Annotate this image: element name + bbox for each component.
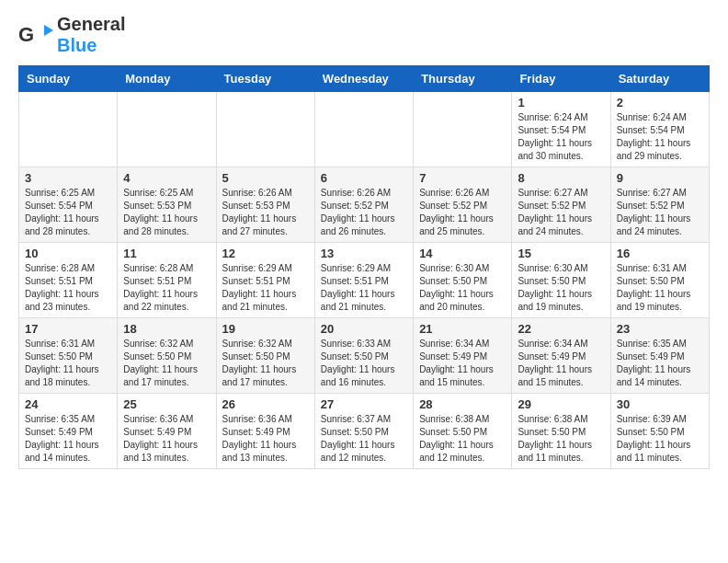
daylight: Daylight: 11 hours and 11 minutes. — [617, 440, 691, 463]
header-sunday: Sunday — [19, 66, 118, 92]
calendar-cell: 4 Sunrise: 6:25 AM Sunset: 5:53 PM Dayli… — [118, 167, 216, 243]
calendar-cell: 14 Sunrise: 6:30 AM Sunset: 5:50 PM Dayl… — [414, 243, 512, 318]
day-number: 7 — [419, 171, 506, 185]
page-header: G General Blue — [18, 14, 710, 56]
svg-text:G: G — [18, 23, 34, 46]
daylight: Daylight: 11 hours and 14 minutes. — [617, 364, 691, 387]
sunset: Sunset: 5:52 PM — [617, 201, 685, 211]
sunset: Sunset: 5:52 PM — [518, 201, 586, 211]
daylight: Daylight: 11 hours and 21 minutes. — [222, 289, 297, 312]
day-number: 16 — [617, 247, 703, 260]
calendar-cell: 1 Sunrise: 6:24 AM Sunset: 5:54 PM Dayli… — [512, 92, 610, 167]
sunset: Sunset: 5:52 PM — [419, 201, 487, 211]
calendar-week-3: 10 Sunrise: 6:28 AM Sunset: 5:51 PM Dayl… — [19, 243, 710, 318]
calendar-cell: 20 Sunrise: 6:33 AM Sunset: 5:50 PM Dayl… — [314, 318, 413, 394]
day-number: 19 — [222, 322, 309, 336]
day-info: Sunrise: 6:24 AM Sunset: 5:54 PM Dayligh… — [518, 111, 604, 163]
calendar-cell: 24 Sunrise: 6:35 AM Sunset: 5:49 PM Dayl… — [19, 394, 118, 469]
calendar-week-5: 24 Sunrise: 6:35 AM Sunset: 5:49 PM Dayl… — [19, 394, 710, 469]
calendar-cell: 8 Sunrise: 6:27 AM Sunset: 5:52 PM Dayli… — [512, 167, 610, 243]
day-number: 15 — [518, 247, 604, 260]
calendar-cell: 30 Sunrise: 6:39 AM Sunset: 5:50 PM Dayl… — [610, 394, 709, 469]
day-info: Sunrise: 6:28 AM Sunset: 5:51 PM Dayligh… — [25, 262, 111, 314]
calendar-cell: 23 Sunrise: 6:35 AM Sunset: 5:49 PM Dayl… — [610, 318, 709, 394]
sunset: Sunset: 5:51 PM — [222, 276, 290, 286]
calendar-cell: 12 Sunrise: 6:29 AM Sunset: 5:51 PM Dayl… — [216, 243, 314, 318]
sunrise: Sunrise: 6:24 AM — [617, 112, 687, 122]
day-number: 4 — [123, 171, 210, 185]
day-info: Sunrise: 6:31 AM Sunset: 5:50 PM Dayligh… — [617, 262, 703, 314]
day-info: Sunrise: 6:38 AM Sunset: 5:50 PM Dayligh… — [518, 413, 604, 465]
day-number: 28 — [419, 397, 506, 411]
day-number: 8 — [518, 171, 604, 185]
sunset: Sunset: 5:54 PM — [617, 125, 685, 135]
sunset: Sunset: 5:50 PM — [321, 427, 389, 437]
sunset: Sunset: 5:49 PM — [222, 427, 290, 437]
sunset: Sunset: 5:50 PM — [518, 427, 586, 437]
calendar-cell: 9 Sunrise: 6:27 AM Sunset: 5:52 PM Dayli… — [610, 167, 709, 243]
sunset: Sunset: 5:49 PM — [419, 351, 487, 362]
calendar-cell — [216, 92, 314, 167]
calendar-cell: 19 Sunrise: 6:32 AM Sunset: 5:50 PM Dayl… — [216, 318, 314, 394]
daylight: Daylight: 11 hours and 23 minutes. — [25, 289, 99, 312]
weekday-header-row: Sunday Monday Tuesday Wednesday Thursday… — [19, 66, 710, 92]
sunrise: Sunrise: 6:29 AM — [222, 263, 292, 273]
calendar-cell: 5 Sunrise: 6:26 AM Sunset: 5:53 PM Dayli… — [216, 167, 314, 243]
sunset: Sunset: 5:49 PM — [518, 351, 586, 362]
sunrise: Sunrise: 6:28 AM — [123, 263, 193, 273]
logo: G General Blue — [18, 14, 125, 56]
sunset: Sunset: 5:52 PM — [321, 201, 389, 211]
sunrise: Sunrise: 6:32 AM — [123, 339, 193, 349]
daylight: Daylight: 11 hours and 17 minutes. — [123, 364, 198, 387]
daylight: Daylight: 11 hours and 17 minutes. — [222, 364, 297, 387]
day-number: 25 — [123, 397, 210, 411]
day-info: Sunrise: 6:27 AM Sunset: 5:52 PM Dayligh… — [518, 187, 604, 238]
sunrise: Sunrise: 6:31 AM — [25, 339, 95, 349]
daylight: Daylight: 11 hours and 26 minutes. — [321, 213, 395, 236]
calendar-cell: 16 Sunrise: 6:31 AM Sunset: 5:50 PM Dayl… — [610, 243, 709, 318]
daylight: Daylight: 11 hours and 27 minutes. — [222, 213, 297, 236]
day-info: Sunrise: 6:24 AM Sunset: 5:54 PM Dayligh… — [617, 111, 703, 163]
day-info: Sunrise: 6:26 AM Sunset: 5:52 PM Dayligh… — [321, 187, 407, 238]
sunset: Sunset: 5:50 PM — [25, 351, 93, 362]
sunrise: Sunrise: 6:38 AM — [419, 414, 489, 424]
sunrise: Sunrise: 6:37 AM — [321, 414, 391, 424]
page-container: G General Blue Sunday Monday Tuesday Wed… — [0, 0, 728, 483]
sunrise: Sunrise: 6:32 AM — [222, 339, 292, 349]
sunrise: Sunrise: 6:38 AM — [518, 414, 587, 424]
calendar-cell: 11 Sunrise: 6:28 AM Sunset: 5:51 PM Dayl… — [118, 243, 216, 318]
daylight: Daylight: 11 hours and 28 minutes. — [123, 213, 198, 236]
calendar-cell: 15 Sunrise: 6:30 AM Sunset: 5:50 PM Dayl… — [512, 243, 610, 318]
calendar-cell — [414, 92, 512, 167]
sunrise: Sunrise: 6:25 AM — [123, 188, 193, 198]
day-number: 30 — [617, 397, 703, 411]
day-info: Sunrise: 6:34 AM Sunset: 5:49 PM Dayligh… — [419, 338, 506, 389]
header-friday: Friday — [512, 66, 610, 92]
sunrise: Sunrise: 6:29 AM — [321, 263, 391, 273]
day-info: Sunrise: 6:26 AM Sunset: 5:52 PM Dayligh… — [419, 187, 506, 238]
day-info: Sunrise: 6:25 AM Sunset: 5:53 PM Dayligh… — [123, 187, 210, 238]
sunset: Sunset: 5:50 PM — [617, 276, 685, 286]
sunrise: Sunrise: 6:34 AM — [518, 339, 587, 349]
sunset: Sunset: 5:50 PM — [419, 427, 487, 437]
calendar-cell — [118, 92, 216, 167]
sunrise: Sunrise: 6:30 AM — [419, 263, 489, 273]
day-info: Sunrise: 6:25 AM Sunset: 5:54 PM Dayligh… — [25, 187, 111, 238]
daylight: Daylight: 11 hours and 29 minutes. — [617, 138, 691, 161]
day-info: Sunrise: 6:29 AM Sunset: 5:51 PM Dayligh… — [321, 262, 407, 314]
sunset: Sunset: 5:49 PM — [123, 427, 191, 437]
sunrise: Sunrise: 6:30 AM — [518, 263, 587, 273]
day-number: 26 — [222, 397, 309, 411]
sunrise: Sunrise: 6:35 AM — [25, 414, 95, 424]
sunset: Sunset: 5:53 PM — [222, 201, 290, 211]
svg-marker-1 — [44, 25, 53, 36]
day-info: Sunrise: 6:29 AM Sunset: 5:51 PM Dayligh… — [222, 262, 309, 314]
day-info: Sunrise: 6:30 AM Sunset: 5:50 PM Dayligh… — [419, 262, 506, 314]
sunset: Sunset: 5:54 PM — [518, 125, 586, 135]
calendar-week-4: 17 Sunrise: 6:31 AM Sunset: 5:50 PM Dayl… — [19, 318, 710, 394]
day-info: Sunrise: 6:36 AM Sunset: 5:49 PM Dayligh… — [222, 413, 309, 465]
calendar-cell: 7 Sunrise: 6:26 AM Sunset: 5:52 PM Dayli… — [414, 167, 512, 243]
day-number: 9 — [617, 171, 703, 185]
day-number: 24 — [25, 397, 111, 411]
daylight: Daylight: 11 hours and 13 minutes. — [123, 440, 198, 463]
